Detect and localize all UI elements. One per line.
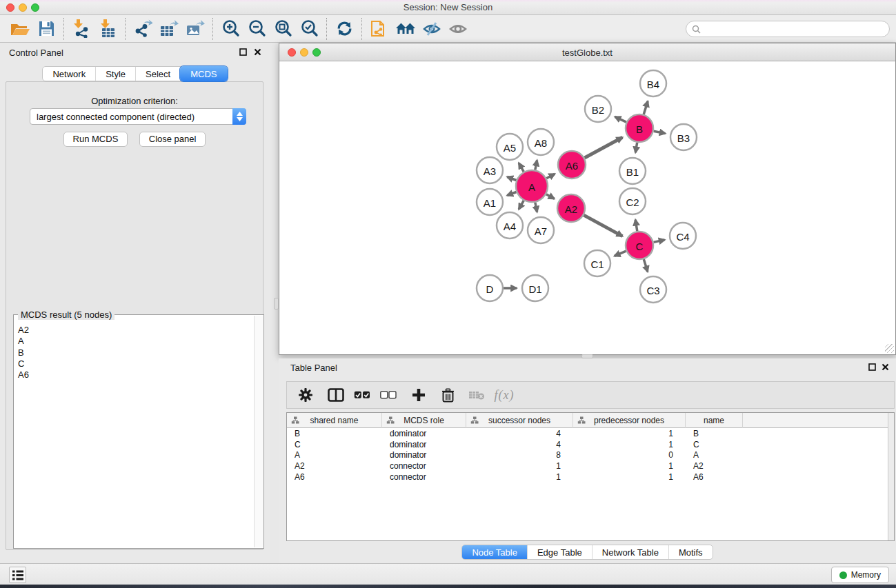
show-panels-button[interactable] — [445, 17, 471, 41]
graph-node-A[interactable]: A — [516, 170, 548, 202]
home-button[interactable] — [392, 17, 419, 41]
graph-node-A5[interactable]: A5 — [497, 134, 523, 160]
refresh-button[interactable] — [331, 17, 357, 41]
table-row[interactable]: A6connector11A6 — [287, 472, 894, 483]
cell-mcds-role[interactable]: connector — [382, 461, 466, 471]
close-table-panel-button[interactable] — [881, 363, 890, 372]
graph-node-C1[interactable]: C1 — [584, 250, 610, 276]
cell-shared-name[interactable]: A6 — [287, 472, 382, 482]
task-history-button[interactable] — [9, 567, 26, 583]
result-item[interactable]: A — [18, 336, 254, 347]
table-row[interactable]: Cdominator41C — [287, 439, 894, 450]
result-item[interactable]: B — [18, 347, 254, 358]
search-input[interactable] — [704, 24, 889, 34]
cell-name[interactable]: A2 — [686, 461, 743, 471]
result-item[interactable]: A6 — [18, 369, 254, 381]
edge-A-A1[interactable] — [507, 192, 516, 196]
edge-C-C1[interactable] — [615, 251, 626, 256]
graph-node-B3[interactable]: B3 — [670, 124, 697, 150]
column-header-successor-nodes[interactable]: successor nodes — [466, 413, 573, 428]
cell-mcds-role[interactable]: dominator — [382, 440, 466, 449]
graph-node-D1[interactable]: D1 — [522, 275, 548, 301]
create-column-button[interactable] — [408, 385, 429, 405]
optimization-criterion-select[interactable]: largest connected component (directed) — [30, 108, 246, 125]
edge-A2-C[interactable] — [584, 215, 622, 236]
edge-A6-B[interactable] — [585, 137, 623, 158]
table-settings-button[interactable] — [295, 385, 316, 405]
result-scrollbar[interactable] — [254, 316, 263, 547]
network-canvas[interactable]: B4B2BB3A5A8A6A3AB1A1C2A2A4A7C4CC1C3DD1 — [279, 61, 895, 354]
edge-A-A4[interactable] — [519, 201, 524, 210]
graph-node-B1[interactable]: B1 — [619, 158, 646, 184]
memory-button[interactable]: Memory — [831, 567, 889, 583]
tab-network-table[interactable]: Network Table — [593, 545, 669, 559]
cell-successor-nodes[interactable]: 8 — [466, 450, 573, 460]
delete-columns-button[interactable] — [437, 385, 458, 405]
cell-successor-nodes[interactable]: 4 — [466, 429, 573, 438]
cell-name[interactable]: C — [686, 440, 743, 449]
result-item[interactable]: C — [18, 358, 254, 369]
table-row[interactable]: A2connector11A2 — [287, 460, 894, 472]
select-all-rows-button[interactable] — [352, 385, 372, 405]
zoom-selected-button[interactable] — [296, 17, 322, 41]
edge-A-A8[interactable] — [535, 161, 537, 170]
zoom-out-button[interactable] — [243, 17, 270, 41]
graph-node-B2[interactable]: B2 — [585, 96, 611, 122]
table-row[interactable]: Bdominator41B — [287, 428, 894, 439]
cell-predecessor-nodes[interactable]: 0 — [573, 450, 686, 460]
hide-panels-button[interactable] — [419, 17, 445, 41]
graph-node-A1[interactable]: A1 — [477, 189, 503, 215]
cell-predecessor-nodes[interactable]: 1 — [573, 440, 686, 449]
graph-node-A8[interactable]: A8 — [528, 129, 554, 155]
toggle-column-view-button[interactable] — [326, 385, 346, 405]
edge-C-C3[interactable] — [644, 259, 648, 272]
cell-shared-name[interactable]: B — [287, 429, 382, 438]
open-session-button[interactable] — [7, 17, 33, 41]
graph-node-B4[interactable]: B4 — [640, 70, 666, 97]
cell-successor-nodes[interactable]: 1 — [466, 472, 573, 482]
close-mcds-panel-button[interactable]: Close panel — [139, 132, 206, 147]
save-session-button[interactable] — [33, 17, 59, 41]
graph-node-A2[interactable]: A2 — [557, 194, 585, 222]
edge-C-C4[interactable] — [654, 240, 665, 243]
cell-successor-nodes[interactable]: 1 — [466, 461, 573, 471]
cell-shared-name[interactable]: C — [287, 440, 382, 449]
cell-mcds-role[interactable]: dominator — [382, 429, 466, 438]
new-network-file-button[interactable] — [366, 17, 392, 41]
cell-predecessor-nodes[interactable]: 1 — [573, 472, 686, 482]
graph-node-A7[interactable]: A7 — [528, 217, 554, 243]
window-resize-grip[interactable] — [885, 344, 894, 353]
edge-B-B3[interactable] — [654, 131, 666, 133]
edge-B-B1[interactable] — [635, 143, 637, 153]
graph-node-C4[interactable]: C4 — [670, 223, 696, 249]
edge-B-B4[interactable] — [644, 101, 648, 114]
deselect-all-rows-button[interactable] — [378, 385, 399, 405]
run-mcds-button[interactable]: Run MCDS — [63, 132, 128, 147]
export-image-button[interactable] — [182, 17, 208, 41]
graph-node-C[interactable]: C — [626, 232, 653, 259]
cell-mcds-role[interactable]: connector — [382, 472, 466, 482]
edge-B-B2[interactable] — [615, 116, 627, 122]
graph-node-A4[interactable]: A4 — [497, 212, 523, 239]
edge-C-C2[interactable] — [635, 220, 637, 232]
zoom-in-button[interactable] — [217, 17, 243, 41]
import-table-button[interactable] — [94, 17, 121, 41]
export-network-button[interactable] — [130, 17, 156, 41]
graph-node-C2[interactable]: C2 — [619, 188, 646, 214]
float-table-panel-button[interactable] — [868, 363, 877, 372]
zoom-fit-button[interactable] — [270, 17, 296, 41]
tab-node-table[interactable]: Node Table — [462, 545, 528, 559]
graph-node-A6[interactable]: A6 — [558, 151, 586, 179]
network-window-titlebar[interactable]: testGlobe.txt — [279, 43, 895, 61]
column-header-predecessor-nodes[interactable]: predecessor nodes — [573, 413, 686, 428]
column-header-shared-name[interactable]: shared name — [287, 413, 382, 428]
cell-name[interactable]: B — [686, 429, 743, 438]
delete-table-button[interactable] — [466, 385, 487, 405]
close-panel-button[interactable] — [253, 48, 262, 57]
float-panel-button[interactable] — [239, 48, 248, 57]
graph-node-A3[interactable]: A3 — [477, 157, 503, 183]
cell-shared-name[interactable]: A — [287, 450, 382, 460]
tab-style[interactable]: Style — [96, 67, 136, 81]
function-builder-button[interactable]: f(x) — [494, 385, 515, 405]
column-header-name[interactable]: name — [686, 413, 743, 428]
